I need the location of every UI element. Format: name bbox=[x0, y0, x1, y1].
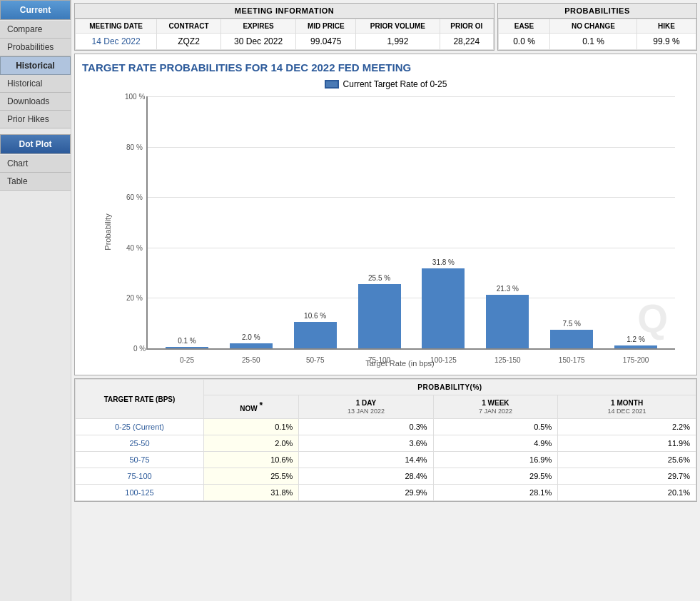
table-row: 25-50 2.0% 3.6% 4.9% 11.9% bbox=[76, 435, 696, 452]
data-table-body: 0-25 (Current) 0.1% 0.3% 0.5% 2.2% 25-50… bbox=[76, 419, 696, 501]
chart-svg-area: Probability 100 % 80 % 60 % 40 % bbox=[125, 96, 675, 368]
x-axis-label: Target Rate (in bps) bbox=[125, 359, 675, 368]
table-row: 50-75 10.6% 14.4% 16.9% 25.6% bbox=[76, 452, 696, 468]
sidebar-chart-item[interactable]: Chart bbox=[0, 155, 71, 173]
bar-value-label-0-25: 0.1 % bbox=[178, 337, 196, 345]
prior-volume-val: 1,992 bbox=[356, 34, 440, 50]
month1-val: 20.1% bbox=[558, 485, 696, 501]
data-table: TARGET RATE (BPS) PROBABILITY(%) NOW * 1… bbox=[75, 379, 696, 501]
bar-group-50-75: 10.6 %50-75 bbox=[283, 96, 348, 348]
no-change-val: 0.1 % bbox=[549, 34, 636, 50]
contract-val: ZQZ2 bbox=[157, 34, 221, 50]
week1-val: 4.9% bbox=[433, 435, 558, 452]
bar-0-25 bbox=[166, 347, 208, 348]
table-row: 100-125 31.8% 29.9% 28.1% 20.1% bbox=[76, 485, 696, 501]
y-axis-label: Probability bbox=[103, 213, 112, 250]
month1-val: 29.7% bbox=[558, 468, 696, 485]
chart-title: TARGET RATE PROBABILITIES FOR 14 DEC 202… bbox=[82, 61, 689, 74]
col-hike: HIKE bbox=[637, 19, 696, 34]
probabilities-table: EASE NO CHANGE HIKE 0.0 % 0.1 % 99.9 % bbox=[498, 19, 696, 50]
ytick-20: 20 % bbox=[126, 294, 143, 302]
bar-175-200 bbox=[614, 345, 657, 348]
week1-val: 28.1% bbox=[433, 485, 558, 501]
now-val: 31.8% bbox=[204, 485, 299, 501]
meeting-info-box: MEETING INFORMATION MEETING DATE CONTRAC… bbox=[74, 3, 494, 51]
now-val: 25.5% bbox=[204, 468, 299, 485]
probability-span-header: PROBABILITY(%) bbox=[204, 380, 696, 395]
day1-val: 0.3% bbox=[299, 419, 433, 435]
bar-value-label-25-50: 2.0 % bbox=[242, 333, 260, 341]
col-prior-oi: PRIOR OI bbox=[440, 19, 493, 34]
day1-header: 1 DAY13 JAN 2022 bbox=[299, 395, 433, 419]
bar-group-125-150: 21.3 %125-150 bbox=[475, 96, 539, 348]
rate-label: 75-100 bbox=[76, 468, 204, 485]
col-meeting-date: MEETING DATE bbox=[76, 19, 157, 34]
probabilities-row: 0.0 % 0.1 % 99.9 % bbox=[499, 34, 696, 50]
day1-val: 14.4% bbox=[299, 452, 433, 468]
bar-group-100-125: 31.8 %100-125 bbox=[412, 96, 476, 348]
bar-50-75 bbox=[294, 322, 337, 348]
legend-icon bbox=[325, 80, 339, 89]
now-val: 0.1% bbox=[204, 419, 299, 435]
expires-val: 30 Dec 2022 bbox=[220, 34, 295, 50]
meeting-info-header: MEETING INFORMATION bbox=[75, 4, 494, 19]
now-val: 10.6% bbox=[204, 452, 299, 468]
prior-oi-val: 28,224 bbox=[440, 34, 493, 50]
ytick-40: 40 % bbox=[126, 243, 143, 251]
sidebar-prior-hikes-item[interactable]: Prior Hikes bbox=[0, 111, 71, 128]
week1-val: 0.5% bbox=[433, 419, 558, 435]
bar-150-175 bbox=[550, 330, 593, 348]
bar-value-label-75-100: 25.5 % bbox=[368, 274, 390, 282]
watermark: Q bbox=[637, 296, 668, 341]
ytick-60: 60 % bbox=[126, 193, 143, 201]
sidebar-dot-plot-btn[interactable]: Dot Plot bbox=[0, 134, 71, 154]
week1-header: 1 WEEK7 JAN 2022 bbox=[433, 395, 558, 419]
sidebar-probabilities-item[interactable]: Probabilities bbox=[0, 39, 71, 56]
col-mid-price: MID PRICE bbox=[296, 19, 356, 34]
ytick-0: 0 % bbox=[133, 345, 146, 353]
bar-group-0-25: 0.1 %0-25 bbox=[155, 96, 219, 348]
bar-value-label-150-175: 7.5 % bbox=[562, 320, 581, 328]
col-expires: EXPIRES bbox=[220, 19, 295, 34]
month1-val: 25.6% bbox=[558, 452, 696, 468]
col-no-change: NO CHANGE bbox=[549, 19, 636, 34]
bar-group-150-175: 7.5 %150-175 bbox=[539, 96, 604, 348]
chart-panel: TARGET RATE PROBABILITIES FOR 14 DEC 202… bbox=[74, 54, 697, 375]
now-val: 2.0% bbox=[204, 435, 299, 452]
rate-label: 100-125 bbox=[76, 485, 204, 501]
day1-val: 3.6% bbox=[299, 435, 433, 452]
rate-label: 50-75 bbox=[76, 452, 204, 468]
chart-legend: Current Target Rate of 0-25 bbox=[82, 79, 689, 89]
ytick-100: 100 % bbox=[125, 93, 145, 101]
sidebar: Current Compare Probabilities Historical… bbox=[0, 0, 71, 601]
week1-val: 16.9% bbox=[433, 452, 558, 468]
legend-label: Current Target Rate of 0-25 bbox=[343, 79, 447, 89]
mid-price-val: 99.0475 bbox=[296, 34, 356, 50]
col-ease: EASE bbox=[499, 19, 550, 34]
day1-val: 28.4% bbox=[299, 468, 433, 485]
month1-val: 2.2% bbox=[558, 419, 696, 435]
bar-value-label-100-125: 31.8 % bbox=[432, 258, 455, 266]
col-contract: CONTRACT bbox=[157, 19, 221, 34]
month1-val: 11.9% bbox=[558, 435, 696, 452]
meeting-info-row: 14 Dec 2022 ZQZ2 30 Dec 2022 99.0475 1,9… bbox=[76, 34, 494, 50]
target-rate-header: TARGET RATE (BPS) bbox=[76, 380, 204, 419]
sidebar-compare-item[interactable]: Compare bbox=[0, 21, 71, 39]
ease-val: 0.0 % bbox=[499, 34, 550, 50]
sidebar-historical-section: Historical bbox=[0, 56, 71, 75]
bar-group-25-50: 2.0 %25-50 bbox=[219, 96, 283, 348]
sidebar-current-btn[interactable]: Current bbox=[0, 0, 71, 20]
rate-label: 25-50 bbox=[76, 435, 204, 452]
day1-val: 29.9% bbox=[299, 485, 433, 501]
sidebar-table-item[interactable]: Table bbox=[0, 173, 71, 191]
meeting-date-val: 14 Dec 2022 bbox=[76, 34, 157, 50]
meeting-info-table: MEETING DATE CONTRACT EXPIRES MID PRICE … bbox=[75, 19, 494, 50]
sidebar-historical-item[interactable]: Historical bbox=[0, 75, 71, 93]
bars-container: 0.1 %0-252.0 %25-5010.6 %50-7525.5 %75-1… bbox=[148, 96, 675, 348]
sidebar-downloads-item[interactable]: Downloads bbox=[0, 93, 71, 111]
bar-100-125 bbox=[422, 268, 465, 348]
hike-val: 99.9 % bbox=[637, 34, 696, 50]
bottom-table-panel: TARGET RATE (BPS) PROBABILITY(%) NOW * 1… bbox=[74, 378, 697, 502]
probabilities-header: PROBABILITIES bbox=[498, 4, 696, 19]
main-content: MEETING INFORMATION MEETING DATE CONTRAC… bbox=[71, 0, 700, 601]
